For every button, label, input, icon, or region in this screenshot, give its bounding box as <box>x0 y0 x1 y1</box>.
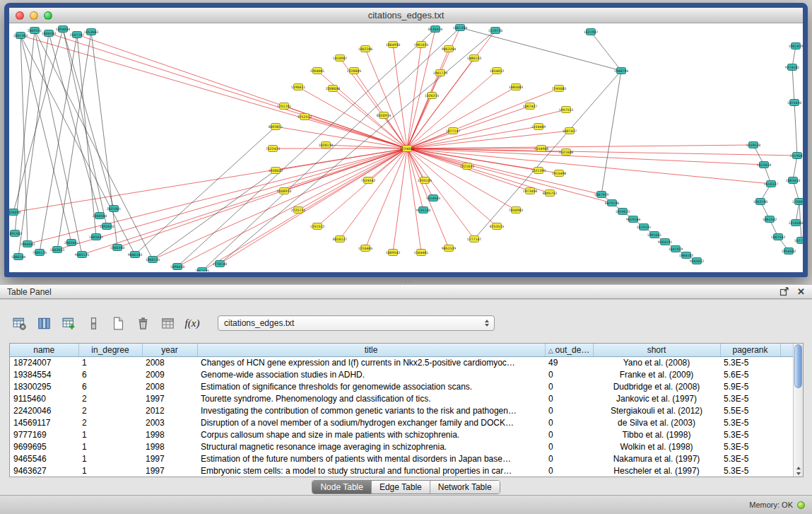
graph-node[interactable]: 1092610 <box>100 223 114 230</box>
graph-node[interactable]: 1410907 <box>333 55 348 62</box>
table-row[interactable]: 946554611997Estimation of the future num… <box>10 452 793 465</box>
network-graph-svg[interactable]: 1724061115490812213931973458785098387535… <box>9 23 803 271</box>
graph-node[interactable]: 1964043 <box>20 241 35 247</box>
float-panel-icon[interactable] <box>779 287 789 296</box>
graph-node[interactable]: 1096410 <box>170 264 185 270</box>
graph-node[interactable]: 9505135 <box>75 252 90 258</box>
graph-node[interactable]: 1360350 <box>110 245 125 251</box>
graph-node[interactable]: 1321606 <box>559 149 574 156</box>
graph-node[interactable]: 1991641 <box>647 232 662 238</box>
table-selector-dropdown[interactable]: citations_edges.txt <box>218 315 495 331</box>
graph-node[interactable]: 1164461 <box>414 250 429 256</box>
scrollbar-arrows[interactable] <box>794 467 804 475</box>
graph-node[interactable]: 1964102 <box>679 252 694 259</box>
graph-node[interactable]: 8130474 <box>428 26 443 33</box>
graph-node[interactable]: 2752512 <box>298 114 312 120</box>
column-header-name[interactable]: name <box>10 344 78 356</box>
graph-node[interactable]: 1514545 <box>426 195 441 201</box>
graph-node[interactable]: 1901729 <box>433 70 448 76</box>
graph-node[interactable]: 1720654 <box>792 199 803 205</box>
graph-node[interactable]: 2031001 <box>107 206 122 212</box>
tab-edge-table[interactable]: Edge Table <box>371 481 430 493</box>
select-column-icon[interactable] <box>84 314 102 332</box>
graph-node[interactable]: 1216465 <box>358 245 373 252</box>
table-row[interactable]: 1938455462009Genome-wide association stu… <box>10 368 793 380</box>
new-column-icon[interactable] <box>59 314 78 332</box>
graph-node[interactable]: 1022618 <box>757 162 772 168</box>
graph-node[interactable]: 1061204 <box>453 25 468 31</box>
graph-node[interactable]: 1251512 <box>310 223 325 230</box>
graph-node[interactable]: 1007427 <box>563 128 577 134</box>
graph-node[interactable]: 1915498 <box>552 170 567 177</box>
column-header-pagerank[interactable]: pagerank <box>720 344 780 356</box>
table-row[interactable]: 946362711997Embryonic stem cells: a mode… <box>10 465 793 477</box>
graph-node[interactable]: 9274101 <box>785 64 800 71</box>
graph-node[interactable]: 1119710 <box>488 28 503 34</box>
graph-node[interactable]: 1641919 <box>669 246 683 252</box>
graph-node[interactable]: 1221393 <box>531 168 546 174</box>
vertical-scrollbar[interactable] <box>793 344 803 477</box>
column-header-short[interactable]: short <box>593 344 720 356</box>
graph-node[interactable]: 1604103 <box>42 30 57 37</box>
network-canvas[interactable]: 1724061115490812213931973458785098387535… <box>9 23 803 271</box>
graph-node[interactable]: 1028110 <box>319 142 334 148</box>
graph-node[interactable]: 7961035 <box>195 268 210 272</box>
close-panel-icon[interactable]: ✕ <box>797 287 805 296</box>
graph-node[interactable]: 1094004 <box>56 26 71 33</box>
table-row[interactable]: 977716911998Corpus callosum shape and si… <box>10 428 793 440</box>
graph-node[interactable]: 8093811 <box>269 124 283 130</box>
table-row[interactable]: 1456911722003Disruption of a novel membe… <box>10 416 793 428</box>
graph-node[interactable]: 8095752 <box>543 190 558 197</box>
graph-node[interactable]: 1001363 <box>13 33 28 39</box>
graph-node[interactable]: 2069351 <box>28 28 42 34</box>
scrollbar-thumb[interactable] <box>794 344 802 388</box>
graph-node[interactable]: 1091503 <box>9 230 22 237</box>
graph-node[interactable]: 1069542 <box>386 250 401 256</box>
panel-drag-handle[interactable] <box>399 280 412 283</box>
graph-node[interactable]: 1954502 <box>782 248 796 255</box>
graph-node[interactable]: 9108910 <box>277 188 292 194</box>
graph-node[interactable]: 2605041 <box>64 240 79 246</box>
graph-node[interactable]: 1486153 <box>467 55 482 62</box>
graph-node[interactable]: 2264061 <box>310 68 325 74</box>
graph-node[interactable]: 1610327 <box>764 181 779 187</box>
graph-node[interactable]: 7905135 <box>33 250 47 256</box>
graph-node[interactable]: 2107107 <box>70 32 85 38</box>
column-header-title[interactable]: title <box>197 344 545 356</box>
table-row[interactable]: 969969511998Structural magnetic resonanc… <box>10 440 793 452</box>
graph-node[interactable]: 9863204 <box>442 46 457 52</box>
graph-node[interactable]: 1485083 <box>509 84 524 90</box>
graph-node[interactable]: 1664950 <box>386 42 401 48</box>
graph-node[interactable]: 1067427 <box>523 103 538 110</box>
graph-node[interactable]: 1802206 <box>358 46 373 52</box>
graph-node[interactable]: 7524542 <box>361 177 376 184</box>
graph-node[interactable]: 1957513 <box>559 107 574 113</box>
table-row[interactable]: 1830029562008Estimation of significance … <box>10 380 793 392</box>
graph-node[interactable]: 1653663 <box>84 29 99 35</box>
graph-node[interactable]: 2026050 <box>9 209 20 216</box>
graph-node[interactable]: 1621907 <box>584 29 599 35</box>
new-file-icon[interactable] <box>109 314 127 332</box>
graph-node[interactable]: 1080104 <box>11 254 26 260</box>
graph-node[interactable]: 1221612 <box>460 163 475 170</box>
tab-node-table[interactable]: Node Table <box>312 481 371 493</box>
graph-node[interactable]: 1960135 <box>146 257 160 263</box>
scroll-up-icon[interactable] <box>796 467 801 469</box>
graph-node[interactable]: 1901419 <box>789 43 803 49</box>
graph-node[interactable]: 1948794 <box>614 68 629 74</box>
graph-node[interactable]: 1415410 <box>787 100 802 106</box>
import-table-icon[interactable] <box>158 314 177 332</box>
show-columns-icon[interactable] <box>35 314 53 332</box>
table-row[interactable]: 2242004622012Investigating the contribut… <box>10 404 793 416</box>
graph-node[interactable]: 1503013 <box>50 247 65 253</box>
column-header-in_degree[interactable]: in_degree <box>78 344 142 356</box>
graph-node[interactable]: 1805041 <box>89 234 104 240</box>
graph-node[interactable]: 1935105 <box>418 177 433 184</box>
delete-rows-icon[interactable] <box>134 314 152 332</box>
graph-node[interactable]: 1677106 <box>794 238 803 244</box>
graph-node[interactable]: 9245012 <box>690 258 705 264</box>
graph-node[interactable]: 1052190 <box>753 199 768 205</box>
graph-node[interactable]: 1326215 <box>425 93 440 99</box>
graph-node[interactable]: 1973458 <box>523 188 538 194</box>
graph-node[interactable]: 7850983 <box>509 207 524 214</box>
